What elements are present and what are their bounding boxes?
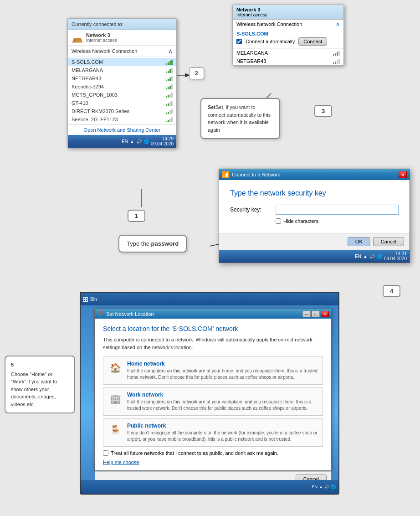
maximize-button[interactable]: □ [312,311,320,317]
taskbar-lang: EN [312,485,318,489]
type-password-bold: password [151,240,179,247]
up-arrow-icon: ▲ [130,139,134,144]
taskbar-speaker-icon: 🔊 [324,485,329,489]
taskbar-wifi-icon: 🌐 [331,485,336,489]
time-display: 14:29 09.04.2020 [151,136,174,146]
work-network-icon: 🏢 [108,392,123,406]
step3-connect-row: Connect automatically Connect [236,36,340,46]
dialog-close-button[interactable]: ✕ [399,171,407,178]
step3-callout-bubble: SetSet, if you want to connect automatic… [200,98,280,139]
step1-wifi-section: Wireless Network Connection ∧ [68,46,176,57]
step5-heading: Select a location for the 'S-SOLS.COM' n… [103,325,323,332]
list-item[interactable]: MGTS_GPON_1003 [68,91,176,99]
step1-footer: Open Network and Sharing Center [68,124,176,135]
type-password-callout: Type the password [118,235,187,253]
step4-label: 4 [383,285,400,297]
step1-network-panel: Currently connected to: Network 3 Intern… [67,18,177,148]
step1-taskbar: EN ▲ 🔊 🌐 14:29 09.04.2020 [68,135,176,148]
ok-button[interactable]: OK [348,237,370,246]
signal-icon [166,67,173,73]
help-me-choose-link[interactable]: Help me choose [103,459,139,465]
step5-callout: 5 Choose "Home" or "Work" if you want to… [5,356,75,413]
security-key-input[interactable] [276,205,399,215]
hide-characters-checkbox[interactable] [276,218,281,224]
signal-icon [166,100,173,106]
step3-wifi-section: Wireless Network Connection ∧ [233,20,343,29]
taskbar-up-icon: ▲ [319,485,323,489]
network-taskbar-icon: 🌐 [143,139,149,144]
step3-header: Network 3 Internet access [233,5,343,20]
treat-public-checkbox[interactable] [103,450,108,456]
step1-connected-network: Network 3 Internet access [68,30,176,46]
step4-dialog: 📶 Connect to a Network ✕ Type the networ… [219,169,410,263]
step5-desktop: ⊞ Bin 📍 Set Network Location — □ ✕ Selec… [80,292,339,495]
dialog-body: Type the network security key Security k… [219,180,410,233]
set-bold: Set [208,104,215,110]
connect-button[interactable]: Connect [298,37,327,46]
speaker-icon: 🔊 [136,139,142,144]
wifi-expand-icon: ∧ [336,21,340,27]
connect-auto-checkbox[interactable] [236,39,242,44]
list-item[interactable]: S-SOLS.COM [68,58,176,66]
step3-network-panel: Network 3 Internet access Wireless Netwo… [232,5,344,66]
type-password-text-before: Type the [127,240,151,247]
hide-characters-row: Hide characters [276,218,399,224]
dialog-titlebar: 📶 Connect to a Network ✕ [219,169,410,180]
step3-melargana-item[interactable]: MELARGANA [233,49,343,57]
step5-body: Select a location for the 'S-SOLS.COM' n… [95,319,331,471]
step5-titlebar: 📍 Set Network Location — □ ✕ [95,309,331,319]
list-item[interactable]: GT-410 [68,99,176,107]
step5-taskbar-top: ⊞ Bin [81,293,338,305]
step1-wifi-list: S-SOLS.COM MELARGANA NETGEAR43 [68,57,176,124]
signal-icon [166,117,173,122]
dialog-heading: Type the network security key [230,189,399,197]
time-display2: 14:31 09.04.2020 [384,251,407,261]
cancel-button[interactable]: Cancel [373,237,404,246]
signal-icon [166,84,173,89]
step5-window: 📍 Set Network Location — □ ✕ Select a lo… [94,309,332,471]
window-controls: — □ ✕ [302,311,329,317]
list-item[interactable]: NETGEAR43 [68,74,176,83]
step5-checkbox-row: Treat all future networks that I connect… [103,450,323,456]
security-key-label: Security key: [230,206,276,213]
home-network-icon: 🏠 [108,361,123,375]
speaker-icon: 🔊 [369,254,375,259]
open-network-center-link[interactable]: Open Network and Sharing Center [84,127,161,133]
network-taskbar-icon2: 🌐 [377,254,382,259]
public-network-option[interactable]: 🪑 Public network If you don't recognize … [103,418,323,447]
minimize-button[interactable]: — [302,311,311,317]
signal-icon [166,59,173,65]
signal-icon [166,92,173,98]
wifi-expand-icon[interactable]: ∧ [168,47,173,55]
list-item[interactable]: Keenetic-3294 [68,83,176,91]
public-network-icon: 🪑 [108,423,123,437]
signal-icon [333,58,340,64]
step3-network3-label: Network 3 Internet access [236,7,267,17]
signal-icon [166,76,173,81]
up-arrow-icon: ▲ [363,254,368,259]
step3-other-item[interactable]: NETGEAR43 [233,57,343,65]
list-item[interactable]: Beeline_2G_FF1123 [68,115,176,124]
list-item[interactable]: DIRECT-RKM2070 Series [68,107,176,115]
location-icon: 📍 [97,310,104,317]
step2-callout: 2 [189,67,204,79]
signal-icon [333,50,340,56]
step3-label: 3 [314,105,332,117]
step1-label: 1 [128,210,145,222]
security-key-row: Security key: [230,205,399,215]
dialog-footer: OK Cancel [219,233,410,250]
step3-ssols-item: S-SOLS.COM Connect automatically Connect [233,29,343,49]
list-item[interactable]: MELARGANA [68,66,176,74]
step5-taskbar-bottom: EN ▲ 🔊 🌐 [81,480,338,494]
work-network-option[interactable]: 🏢 Work network If all the computers on t… [103,387,323,416]
step1-header: Currently connected to: [68,19,176,30]
close-button[interactable]: ✕ [321,311,329,317]
network-dialog-icon: 📶 [222,171,230,178]
step5-desc: This computer is connected to a network.… [103,336,323,351]
step4-taskbar: EN ▲ 🔊 🌐 14:31 09.04.2020 [219,250,410,263]
home-network-option[interactable]: 🏠 Home network If all the computers on t… [103,356,323,385]
signal-icon [166,108,173,114]
taskbar-start-icon: ⊞ [82,295,88,304]
